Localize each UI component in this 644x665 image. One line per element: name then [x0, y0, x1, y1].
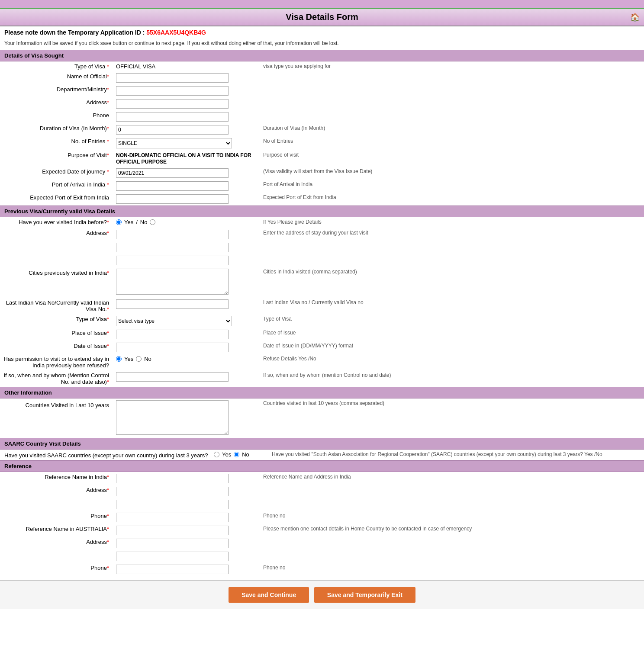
- row-place-issue: Place of Issue* Place of Issue: [0, 328, 644, 341]
- address-prev-help: Enter the address of stay during your la…: [260, 228, 644, 241]
- journey-date-label: Expected Date of journey *: [42, 168, 109, 175]
- address-visa-input[interactable]: [116, 99, 229, 109]
- phone-india-help: Phone no: [260, 511, 644, 524]
- save-exit-button[interactable]: Save and Temporarily Exit: [314, 587, 415, 603]
- saarc-radio-group: Yes No: [214, 451, 249, 458]
- saarc-visited-label: Have you visited SAARC countries (except…: [4, 452, 208, 459]
- phone-india-input[interactable]: [116, 513, 229, 522]
- row-phone-visa: Phone: [0, 110, 644, 123]
- home-icon[interactable]: 🏠: [630, 13, 640, 22]
- saarc-table: Have you visited SAARC countries (except…: [0, 450, 644, 460]
- type-of-visa-help: visa type you are applying for: [260, 61, 644, 71]
- save-continue-button[interactable]: Save and Continue: [229, 587, 309, 603]
- addr-india-input-1[interactable]: [116, 487, 229, 496]
- address-prev-label: Address*: [86, 230, 109, 236]
- row-cities-visited: Cities previously visited in India* Citi…: [0, 267, 644, 298]
- type-visa-prev-label: Type of Visa*: [76, 316, 109, 322]
- permission-refused-no-radio[interactable]: [136, 356, 142, 362]
- ref-name-india-help: Reference Name and Address in India: [260, 472, 644, 485]
- port-arrival-input[interactable]: [116, 181, 229, 191]
- control-no-help: If so, when and by whom (mention Control…: [260, 370, 644, 387]
- ref-name-australia-input[interactable]: [116, 526, 229, 535]
- phone-india-label: Phone*: [90, 513, 109, 519]
- row-visited-before: Have you ever visited India before?* Yes…: [0, 217, 644, 228]
- row-addr-india-2: [0, 498, 644, 511]
- journey-date-input[interactable]: [116, 168, 229, 178]
- row-phone-australia: Phone* Phone no: [0, 563, 644, 576]
- permission-refused-radio-group: Yes No: [116, 356, 151, 362]
- row-address-visa: Address*: [0, 97, 644, 110]
- visited-before-label: Have you ever visited India before?*: [19, 219, 109, 225]
- row-port-exit: Expected Port of Exit from India Expecte…: [0, 193, 644, 206]
- row-purpose: Purpose of Visit* NON-DIPLOMATIC OFFICIA…: [0, 150, 644, 167]
- saarc-no-radio[interactable]: [234, 452, 239, 457]
- page-title: Visa Details Form: [286, 12, 358, 22]
- addr-australia-input-1[interactable]: [116, 539, 229, 548]
- ref-name-australia-label: Reference Name in AUSTRALIA*: [26, 526, 109, 532]
- date-issue-help: Date of Issue in (DD/MM/YYYY) format: [260, 341, 644, 354]
- visited-before-yes-radio[interactable]: [116, 219, 122, 225]
- app-id-value: 55X6AAX5U4QKB4G: [146, 29, 206, 36]
- address-visa-label: Address*: [86, 99, 109, 106]
- warning-message: Your Information will be saved if you cl…: [0, 39, 644, 50]
- department-label: Department/Ministry*: [57, 86, 109, 93]
- control-no-label: If so, when and by whom (Mention Control…: [3, 372, 109, 385]
- saarc-yes-radio[interactable]: [214, 452, 219, 457]
- cities-visited-label: Cities previously visited in India*: [29, 270, 109, 276]
- address-prev-input-2[interactable]: [116, 243, 229, 252]
- purpose-label: Purpose of Visit*: [68, 152, 109, 158]
- department-input[interactable]: [116, 86, 229, 96]
- phone-australia-input[interactable]: [116, 565, 229, 574]
- row-journey-date: Expected Date of journey * (Visa validit…: [0, 167, 644, 180]
- footer-bar: Save and Continue Save and Temporarily E…: [0, 580, 644, 609]
- ref-name-india-input[interactable]: [116, 474, 229, 483]
- section-visa-details: Details of Visa Sought: [0, 50, 644, 61]
- visited-before-yes-label: Yes: [124, 219, 133, 225]
- phone-visa-input[interactable]: [116, 112, 229, 122]
- control-no-input[interactable]: [116, 372, 229, 382]
- top-nav: [0, 0, 644, 9]
- port-exit-input[interactable]: [116, 194, 229, 204]
- app-id-row: Please note down the Temporary Applicati…: [0, 26, 644, 39]
- no-entries-help: No of Entries: [260, 136, 644, 150]
- row-saarc-visited: Have you visited SAARC countries (except…: [0, 450, 644, 460]
- other-info-table: Countries Visited in Last 10 years Count…: [0, 398, 644, 438]
- reference-table: Reference Name in India* Reference Name …: [0, 472, 644, 576]
- type-visa-prev-select[interactable]: Select visa type Tourist Business Studen…: [116, 316, 232, 326]
- visited-before-no-radio[interactable]: [150, 219, 155, 225]
- permission-refused-help: Refuse Details Yes /No: [260, 354, 644, 370]
- row-addr-india-1: Address*: [0, 485, 644, 498]
- row-address-prev-3: [0, 254, 644, 267]
- phone-australia-label: Phone*: [90, 565, 109, 571]
- row-ref-name-australia: Reference Name in AUSTRALIA* Please ment…: [0, 524, 644, 537]
- address-prev-input-3[interactable]: [116, 256, 229, 265]
- saarc-visited-help: Have you visited "South Asian Associatio…: [268, 450, 644, 460]
- permission-refused-yes-label: Yes: [124, 356, 133, 362]
- port-exit-label: Expected Port of Exit from India: [30, 194, 109, 201]
- row-name-of-official: Name of Official*: [0, 71, 644, 84]
- last-visa-no-input[interactable]: [116, 299, 229, 309]
- phone-visa-label: Phone: [93, 112, 109, 119]
- last-visa-no-help: Last Indian Visa no / Currently valid Vi…: [260, 298, 644, 314]
- duration-input[interactable]: [116, 125, 229, 135]
- address-prev-input-1[interactable]: [116, 230, 229, 239]
- permission-refused-yes-radio[interactable]: [116, 356, 122, 362]
- row-addr-australia-2: [0, 550, 644, 563]
- row-date-issue: Date of Issue* Date of Issue in (DD/MM/Y…: [0, 341, 644, 354]
- permission-refused-no-label: No: [144, 356, 151, 362]
- addr-australia-input-2[interactable]: [116, 552, 229, 561]
- countries-visited-textarea[interactable]: [116, 400, 229, 435]
- place-issue-input[interactable]: [116, 330, 229, 339]
- date-issue-input[interactable]: [116, 343, 229, 352]
- cities-visited-textarea[interactable]: [116, 269, 229, 295]
- section-previous-visa: Previous Visa/Currently valid Visa Detai…: [0, 206, 644, 217]
- duration-help: Duration of Visa (In Month): [260, 123, 644, 136]
- no-entries-select[interactable]: SINGLE DOUBLE MULTIPLE: [116, 138, 232, 148]
- page-header: Visa Details Form 🏠: [0, 9, 644, 26]
- addr-india-input-2[interactable]: [116, 500, 229, 509]
- row-countries-visited: Countries Visited in Last 10 years Count…: [0, 398, 644, 438]
- section-saarc: SAARC Country Visit Details: [0, 438, 644, 450]
- type-visa-prev-help: Type of Visa: [260, 314, 644, 328]
- type-of-visa-label: Type of Visa *: [74, 63, 109, 70]
- name-of-official-input[interactable]: [116, 73, 229, 83]
